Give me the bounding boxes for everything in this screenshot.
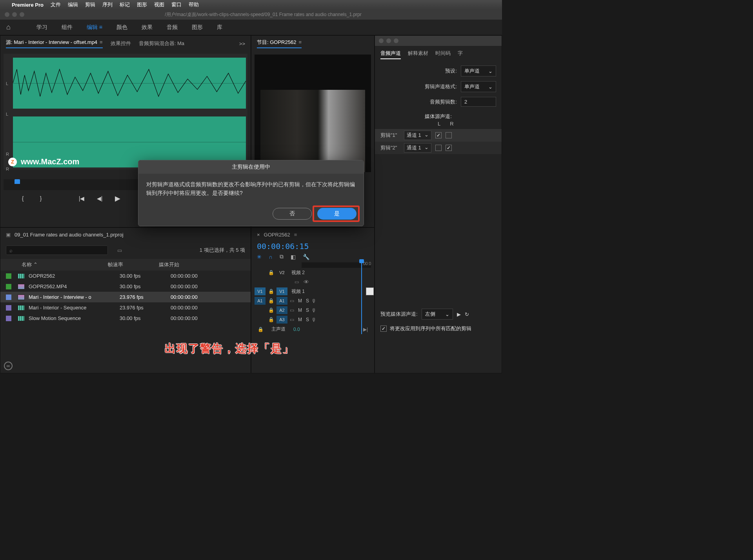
magnet-icon[interactable]: ∩: [269, 254, 273, 260]
clip-name: GOPR2562.MP4: [29, 284, 67, 289]
go-end-icon[interactable]: ▶|: [363, 327, 368, 332]
creative-cloud-icon[interactable]: ∞: [4, 362, 13, 370]
clip-icon: [18, 305, 25, 311]
menu-file[interactable]: 文件: [51, 1, 61, 8]
clip-count-input[interactable]: 2: [461, 97, 496, 107]
axis-l2: L: [6, 112, 8, 116]
apply-all-checkbox[interactable]: [380, 325, 387, 332]
mute-button[interactable]: M: [298, 298, 302, 304]
timeline-body[interactable]: :00:0 🔒 V2 视频 2 ▭ 👁 V1 🔒 V1 视频 1 A: [251, 262, 374, 334]
play-preview-icon[interactable]: ▶: [457, 311, 461, 317]
audio-mixer-tab[interactable]: 音频剪辑混合器: Ma: [139, 40, 184, 47]
lock-icon[interactable]: 🔒: [268, 289, 274, 294]
snap-icon[interactable]: ✳: [257, 254, 262, 260]
timeline-ruler[interactable]: :00:0: [302, 262, 371, 268]
toggle-output-icon[interactable]: ▭: [295, 279, 299, 285]
clip1-channel-dropdown[interactable]: 通道 1⌄: [404, 131, 431, 140]
menu-help[interactable]: 帮助: [189, 1, 199, 8]
project-row[interactable]: GOPR2562 30.00 fps 00:00:00:00: [0, 271, 251, 281]
dialog-no-button[interactable]: 否: [273, 208, 312, 220]
chevron-down-icon: ⌄: [488, 68, 493, 74]
home-icon[interactable]: ⌂: [6, 23, 11, 31]
clip1-L-checkbox[interactable]: [435, 132, 442, 138]
menu-window[interactable]: 窗口: [171, 1, 182, 8]
dialog-title: 主剪辑在使用中: [138, 160, 364, 174]
v1-source[interactable]: V1: [255, 287, 266, 295]
tab-timecode[interactable]: 时间码: [435, 50, 451, 59]
eye-icon[interactable]: 👁: [304, 279, 309, 285]
menu-edit[interactable]: 编辑: [68, 1, 78, 8]
effect-controls-tab[interactable]: 效果控件: [111, 40, 131, 47]
tab-caption[interactable]: 字: [458, 50, 463, 59]
ws-graphics[interactable]: 图形: [192, 24, 203, 31]
ws-assembly[interactable]: 组件: [62, 24, 73, 31]
tab-audio-channels[interactable]: 音频声道: [380, 50, 401, 59]
warning-dialog: 主剪辑在使用中 对剪辑声道格式或音频剪辑数的更改不会影响序列中的已有剪辑，但在下…: [138, 160, 364, 226]
filter-icon[interactable]: ▭: [117, 247, 122, 253]
menu-clip[interactable]: 剪辑: [85, 1, 95, 8]
source-waveform[interactable]: L L R R Z www.MacZ.com: [4, 54, 247, 169]
clip-start: 00:00:00:00: [171, 294, 226, 300]
go-to-in-icon[interactable]: |◀: [78, 195, 85, 202]
v2-target[interactable]: V2: [276, 269, 287, 276]
clip-icon: [18, 284, 25, 289]
linked-sel-icon[interactable]: ⧉: [280, 253, 284, 260]
v1-label: 视频 1: [291, 288, 305, 295]
dialog-yes-button[interactable]: 是: [317, 208, 356, 220]
video-clip[interactable]: [366, 287, 374, 295]
ws-audio[interactable]: 音频: [167, 24, 178, 31]
ws-learn[interactable]: 学习: [36, 24, 47, 31]
mic-icon[interactable]: 🎙: [311, 298, 316, 304]
mark-in-icon[interactable]: {: [19, 195, 26, 202]
source-playhead[interactable]: [15, 179, 20, 184]
a1-target[interactable]: A1: [276, 297, 287, 305]
menu-graphics[interactable]: 图形: [137, 1, 147, 8]
project-row[interactable]: Slow Motion Sequence 30.00 fps 00:00:00:…: [0, 313, 251, 324]
menu-sequence[interactable]: 序列: [102, 1, 113, 8]
preset-dropdown[interactable]: 单声道⌄: [461, 65, 496, 76]
clip2-R-checkbox[interactable]: [446, 145, 452, 151]
clip2-L-checkbox[interactable]: [435, 145, 442, 151]
project-search[interactable]: ⌕: [6, 245, 108, 255]
v1-target[interactable]: V1: [276, 287, 287, 295]
close-timeline-icon[interactable]: ×: [257, 232, 260, 238]
step-back-icon[interactable]: ◀|: [96, 195, 103, 202]
tab-interpret[interactable]: 解释素材: [408, 50, 428, 59]
loop-icon[interactable]: ↻: [465, 311, 469, 317]
settings-icon[interactable]: 🔧: [303, 254, 309, 260]
ws-effects[interactable]: 效果: [142, 24, 153, 31]
sort-arrow-icon[interactable]: ⌃: [33, 262, 38, 267]
format-dropdown[interactable]: 单声道⌄: [461, 81, 496, 92]
menu-view[interactable]: 视图: [154, 1, 164, 8]
bin-icon[interactable]: ▣: [6, 232, 11, 238]
a3-target[interactable]: A3: [276, 316, 287, 324]
master-value[interactable]: 0.0: [293, 327, 300, 332]
clip1-R-checkbox[interactable]: [446, 132, 452, 138]
program-tab[interactable]: 节目: GOPR2562≡: [257, 39, 302, 48]
program-viewport[interactable]: [255, 55, 371, 172]
lock-icon[interactable]: 🔒: [268, 270, 274, 275]
a2-target[interactable]: A2: [276, 306, 287, 314]
media-source-header: 媒体源声道:: [375, 109, 502, 121]
source-tab[interactable]: 源: Mari - Interior - Interview - offset.…: [6, 39, 103, 48]
traffic-lights[interactable]: [5, 12, 24, 17]
ws-libraries[interactable]: 库: [217, 24, 222, 31]
ws-editing[interactable]: 编辑: [87, 24, 102, 31]
preset-label: 预设:: [445, 67, 457, 75]
clip2-channel-dropdown[interactable]: 通道 1⌄: [404, 143, 431, 153]
markers-icon[interactable]: ◧: [291, 254, 296, 260]
tabs-overflow-icon[interactable]: >>: [239, 41, 245, 47]
preview-side-dropdown[interactable]: 左侧⌄: [422, 309, 453, 320]
count-label: 音频剪辑数:: [430, 98, 457, 105]
project-row[interactable]: Mari - Interior - Interview - o 23.976 f…: [0, 292, 251, 302]
menu-marker[interactable]: 标记: [120, 1, 130, 8]
mark-out-icon[interactable]: }: [37, 195, 44, 202]
lock-icon[interactable]: 🔒: [268, 298, 274, 304]
ws-color[interactable]: 颜色: [116, 24, 127, 31]
timeline-timecode[interactable]: 00:00:06:15: [251, 242, 374, 253]
project-row[interactable]: Mari - Interior - Sequence 23.976 fps 00…: [0, 302, 251, 313]
play-icon[interactable]: ▶: [114, 194, 121, 203]
a1-source[interactable]: A1: [255, 297, 266, 305]
solo-button[interactable]: S: [306, 298, 309, 304]
project-row[interactable]: GOPR2562.MP4 30.00 fps 00:00:00:00: [0, 281, 251, 292]
